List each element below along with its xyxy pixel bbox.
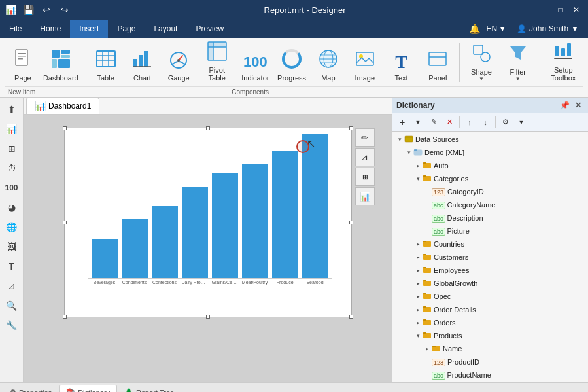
tree-node-products[interactable]: ▾Products xyxy=(392,329,588,342)
sidebar-image[interactable]: 🖼 xyxy=(2,238,22,256)
tree-node-categoryid[interactable]: 123CategoryID xyxy=(392,185,588,198)
tree-node-productname[interactable]: abcProductName xyxy=(392,368,588,382)
sidebar-filter[interactable]: ⊿ xyxy=(2,277,22,295)
tree-expander-employees[interactable]: ▸ xyxy=(413,266,423,275)
toolbar-up-button[interactable]: ↑ xyxy=(462,115,477,130)
maximize-button[interactable]: □ xyxy=(554,3,567,16)
tree-node-orderdetails[interactable]: ▸Order Details xyxy=(392,303,588,316)
ribbon-chart-button[interactable]: Chart xyxy=(125,41,160,85)
tree-expander-picture[interactable] xyxy=(423,226,432,236)
sidebar-pointer[interactable]: ⬆ xyxy=(2,100,22,118)
toolbar-down-button[interactable]: ↓ xyxy=(478,115,493,130)
float-chart-button[interactable]: 📊 xyxy=(355,187,375,205)
tree-node-auto[interactable]: ▸Auto xyxy=(392,159,588,172)
sidebar-text[interactable]: T xyxy=(2,257,22,276)
dashboard1-tab[interactable]: 📊 Dashboard1 xyxy=(26,98,99,114)
sidebar-number[interactable]: 100 xyxy=(2,179,22,197)
sidebar-map[interactable]: 🌐 xyxy=(2,218,22,236)
float-filter-button[interactable]: ⊿ xyxy=(355,148,375,166)
menu-page[interactable]: Page xyxy=(108,20,145,38)
tree-expander-datasources[interactable]: ▾ xyxy=(395,135,404,144)
language-button[interactable]: EN ▼ xyxy=(483,23,511,35)
tree-expander-productid[interactable] xyxy=(423,357,432,366)
tree-expander-globalgrowth[interactable]: ▸ xyxy=(413,279,423,288)
tree-expander-countries[interactable]: ▸ xyxy=(413,240,423,249)
ribbon-indicator-button[interactable]: 100 Indicator xyxy=(237,41,273,85)
tree-node-categoryname[interactable]: abcCategoryName xyxy=(392,198,588,211)
tree-node-customers[interactable]: ▸Customers xyxy=(392,251,588,264)
menu-home[interactable]: Home xyxy=(31,20,70,38)
tree-expander-customers[interactable]: ▸ xyxy=(413,253,423,262)
tree-node-description[interactable]: abcDescription xyxy=(392,211,588,224)
float-table-button[interactable]: ⊞ xyxy=(355,168,375,186)
float-edit-button[interactable]: ✏ xyxy=(355,128,375,147)
tree-node-globalgrowth[interactable]: ▸GlobalGrowth xyxy=(392,277,588,290)
tree-node-demo[interactable]: ▾Demo [XML] xyxy=(392,146,588,159)
ribbon-dashboard-button[interactable]: Dashboard xyxy=(42,41,80,85)
tree-expander-categories[interactable]: ▾ xyxy=(413,174,423,183)
tree-node-orders[interactable]: ▸Orders xyxy=(392,316,588,329)
canvas-container[interactable]: BeveragesCondimentsConfectionsDairy Prod… xyxy=(64,128,352,317)
ribbon-shape-button[interactable]: Shape ▼ xyxy=(464,41,499,85)
toolbar-dropdown-button[interactable]: ▼ xyxy=(411,115,425,130)
tree-expander-products[interactable]: ▾ xyxy=(413,331,423,340)
tree-expander-orders[interactable]: ▸ xyxy=(413,318,423,327)
toolbar-delete-button[interactable]: ✕ xyxy=(442,115,457,130)
menu-insert[interactable]: Insert xyxy=(70,20,108,38)
tree-node-datasources[interactable]: ▾Data Sources xyxy=(392,133,588,146)
menu-file[interactable]: File xyxy=(0,20,31,38)
save-icon[interactable]: 💾 xyxy=(22,3,35,16)
tree-expander-auto[interactable]: ▸ xyxy=(413,161,423,170)
tree-node-supplierid[interactable]: 123SupplierID xyxy=(392,382,588,382)
tree-expander-categoryid[interactable] xyxy=(423,187,432,196)
toolbar-add-button[interactable]: + xyxy=(395,115,409,130)
tree-node-name[interactable]: ▸Name xyxy=(392,342,588,355)
user-menu[interactable]: 👤 John Smith ▼ xyxy=(513,23,583,35)
undo-icon[interactable]: ↩ xyxy=(40,3,53,16)
close-button[interactable]: ✕ xyxy=(570,3,583,16)
menu-preview[interactable]: Preview xyxy=(186,20,233,38)
sidebar-gauge[interactable]: ⏱ xyxy=(2,159,22,177)
sidebar-chart[interactable]: 📊 xyxy=(2,120,22,138)
ribbon-table-button[interactable]: Table xyxy=(88,41,124,85)
ribbon-map-button[interactable]: Map xyxy=(311,41,346,85)
ribbon-filter-button[interactable]: Filter ▼ xyxy=(500,41,536,85)
redo-icon[interactable]: ↪ xyxy=(58,3,71,16)
tab-report-tree[interactable]: 🌲 Report Tree xyxy=(117,385,181,392)
toolbar-settings-button[interactable]: ⚙ xyxy=(498,115,513,130)
tree-expander-opec[interactable]: ▸ xyxy=(413,292,423,301)
ribbon-text-button[interactable]: T Text xyxy=(384,41,419,85)
ribbon-setup-button[interactable]: Setup Toolbox xyxy=(544,41,583,85)
tree-node-opec[interactable]: ▸Opec xyxy=(392,290,588,303)
sidebar-settings[interactable]: 🔧 xyxy=(2,316,22,334)
tree-node-categories[interactable]: ▾Categories xyxy=(392,172,588,185)
ribbon-progress-button[interactable]: Progress xyxy=(274,41,309,85)
ribbon-page-button[interactable]: Page xyxy=(5,41,41,85)
tree-node-countries[interactable]: ▸Countries xyxy=(392,238,588,251)
tab-properties[interactable]: ⚙ Properties xyxy=(3,385,59,392)
panel-close-button[interactable]: ✕ xyxy=(572,99,584,111)
tree-expander-orderdetails[interactable]: ▸ xyxy=(413,305,423,314)
sidebar-search[interactable]: 🔍 xyxy=(2,296,22,315)
tree-node-productid[interactable]: 123ProductID xyxy=(392,355,588,368)
sidebar-table[interactable]: ⊞ xyxy=(2,139,22,158)
tree-node-picture[interactable]: abcPicture xyxy=(392,224,588,238)
tab-dictionary[interactable]: 📚 Dictionary xyxy=(59,385,117,392)
ribbon-panel-button[interactable]: Panel xyxy=(420,41,455,85)
toolbar-settings-arrow[interactable]: ▼ xyxy=(514,115,528,130)
ribbon-image-button[interactable]: Image xyxy=(347,41,383,85)
tree-expander-description[interactable] xyxy=(423,213,432,223)
menu-layout[interactable]: Layout xyxy=(145,20,186,38)
tree-node-employees[interactable]: ▸Employees xyxy=(392,264,588,277)
tree-expander-categoryname[interactable] xyxy=(423,200,432,209)
toolbar-edit-button[interactable]: ✎ xyxy=(426,115,441,130)
sidebar-progress[interactable]: ◕ xyxy=(2,198,22,217)
notification-icon[interactable]: 🔔 xyxy=(469,24,480,34)
ribbon-pivot-button[interactable]: Pivot Table xyxy=(198,41,236,85)
tree-expander-name[interactable]: ▸ xyxy=(423,344,432,353)
minimize-button[interactable]: — xyxy=(538,3,551,16)
ribbon-gauge-button[interactable]: Gauge xyxy=(161,41,196,85)
panel-pin-button[interactable]: 📌 xyxy=(559,99,570,111)
tree-expander-productname[interactable] xyxy=(423,370,432,380)
tree-expander-demo[interactable]: ▾ xyxy=(404,148,413,157)
